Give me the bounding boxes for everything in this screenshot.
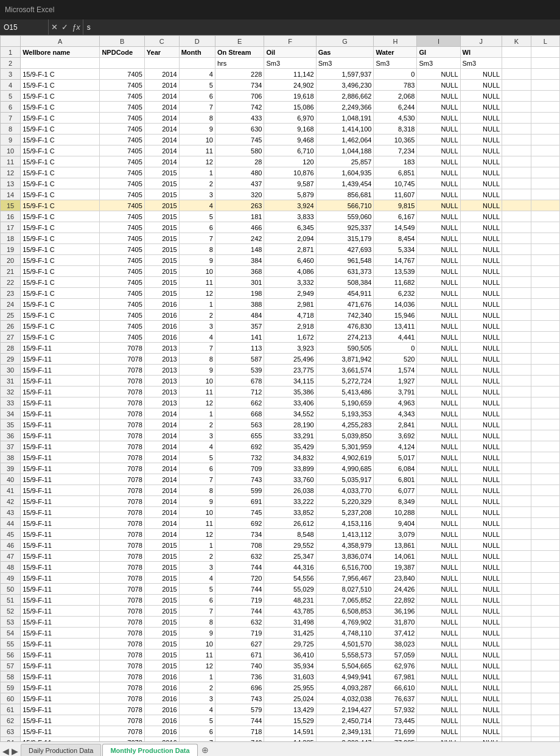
cell-D42[interactable]: 9 <box>179 496 215 507</box>
cell-C7[interactable]: 2014 <box>144 113 179 124</box>
cell-B25[interactable]: 7405 <box>100 310 144 321</box>
col-header-L[interactable]: L <box>531 36 559 47</box>
cell-E2[interactable]: hrs <box>215 58 264 69</box>
cell-D18[interactable]: 7 <box>179 233 215 244</box>
cell-C49[interactable]: 2015 <box>144 573 179 584</box>
cell-E9[interactable]: 745 <box>215 135 264 145</box>
cell-C24[interactable]: 2016 <box>144 299 179 310</box>
cell-C8[interactable]: 2014 <box>144 124 179 135</box>
cell-I36[interactable]: NULL <box>417 430 460 441</box>
cell-L28[interactable] <box>531 343 559 354</box>
cell-G7[interactable]: 1,048,191 <box>316 113 374 124</box>
cell-A63[interactable]: 15/9-F-11 <box>21 726 100 737</box>
cell-H46[interactable]: 13,861 <box>374 540 417 551</box>
cell-L9[interactable] <box>531 135 559 145</box>
cell-H34[interactable]: 4,343 <box>374 408 417 419</box>
cell-E42[interactable]: 691 <box>215 496 264 507</box>
cell-I60[interactable]: NULL <box>417 693 460 704</box>
cell-C50[interactable]: 2015 <box>144 584 179 595</box>
cell-L41[interactable] <box>531 485 559 496</box>
cell-H38[interactable]: 5,017 <box>374 452 417 463</box>
cell-E1[interactable]: On Stream <box>215 47 264 58</box>
cell-L42[interactable] <box>531 496 559 507</box>
cell-K9[interactable] <box>502 135 531 145</box>
cell-I50[interactable]: NULL <box>417 584 460 595</box>
cell-I1[interactable]: GI <box>417 47 460 58</box>
cell-F20[interactable]: 6,460 <box>264 255 316 266</box>
cell-B27[interactable]: 7405 <box>100 332 144 343</box>
cell-J57[interactable]: NULL <box>460 660 502 671</box>
cell-K61[interactable] <box>502 704 531 715</box>
cell-A25[interactable]: 15/9-F-1 C <box>21 310 100 321</box>
cell-A47[interactable]: 15/9-F-11 <box>21 551 100 562</box>
cell-C33[interactable]: 2013 <box>144 397 179 408</box>
cell-A45[interactable]: 15/9-F-11 <box>21 529 100 540</box>
cell-J24[interactable]: NULL <box>460 299 502 310</box>
cell-D5[interactable]: 6 <box>179 91 215 102</box>
cell-J58[interactable]: NULL <box>460 671 502 682</box>
cell-J46[interactable]: NULL <box>460 540 502 551</box>
cell-F17[interactable]: 6,345 <box>264 222 316 233</box>
cell-D55[interactable]: 10 <box>179 639 215 649</box>
cell-B64[interactable]: 7078 <box>100 737 144 742</box>
cell-C56[interactable]: 2015 <box>144 649 179 660</box>
cell-J26[interactable]: NULL <box>460 321 502 332</box>
cell-L5[interactable] <box>531 91 559 102</box>
cell-B11[interactable]: 7405 <box>100 156 144 167</box>
cell-B16[interactable]: 7405 <box>100 211 144 222</box>
cell-H29[interactable]: 520 <box>374 354 417 365</box>
cell-H57[interactable]: 62,976 <box>374 660 417 671</box>
cell-H44[interactable]: 9,404 <box>374 518 417 529</box>
cell-E49[interactable]: 720 <box>215 573 264 584</box>
cell-G16[interactable]: 559,060 <box>316 211 374 222</box>
cell-A6[interactable]: 15/9-F-1 C <box>21 102 100 113</box>
cell-E39[interactable]: 709 <box>215 463 264 474</box>
cell-J55[interactable]: NULL <box>460 639 502 649</box>
cell-C55[interactable]: 2015 <box>144 639 179 649</box>
cell-B6[interactable]: 7405 <box>100 102 144 113</box>
cell-K12[interactable] <box>502 167 531 178</box>
cell-I33[interactable]: NULL <box>417 397 460 408</box>
cell-D34[interactable]: 1 <box>179 408 215 419</box>
cell-H42[interactable]: 8,349 <box>374 496 417 507</box>
cell-L49[interactable] <box>531 573 559 584</box>
cell-I55[interactable]: NULL <box>417 639 460 649</box>
cell-E18[interactable]: 242 <box>215 233 264 244</box>
cell-A11[interactable]: 15/9-F-1 C <box>21 156 100 167</box>
cell-F46[interactable]: 29,552 <box>264 540 316 551</box>
cell-K32[interactable] <box>502 387 531 397</box>
cell-K20[interactable] <box>502 255 531 266</box>
cell-J12[interactable]: NULL <box>460 167 502 178</box>
cell-E29[interactable]: 587 <box>215 354 264 365</box>
cell-B37[interactable]: 7078 <box>100 441 144 452</box>
cell-F49[interactable]: 54,556 <box>264 573 316 584</box>
cell-H64[interactable]: 77,085 <box>374 737 417 742</box>
cell-E40[interactable]: 743 <box>215 474 264 485</box>
cell-B49[interactable]: 7078 <box>100 573 144 584</box>
cell-L50[interactable] <box>531 584 559 595</box>
cell-C22[interactable]: 2015 <box>144 277 179 288</box>
cell-L3[interactable] <box>531 69 559 80</box>
cell-D20[interactable]: 9 <box>179 255 215 266</box>
cell-H48[interactable]: 19,387 <box>374 562 417 573</box>
cell-I34[interactable]: NULL <box>417 408 460 419</box>
cell-H31[interactable]: 1,927 <box>374 376 417 387</box>
cell-H63[interactable]: 71,699 <box>374 726 417 737</box>
cell-A15[interactable]: 15/9-F-1 C <box>21 200 100 211</box>
cell-I53[interactable]: NULL <box>417 617 460 628</box>
cell-D48[interactable]: 3 <box>179 562 215 573</box>
cell-J11[interactable]: NULL <box>460 156 502 167</box>
cell-K35[interactable] <box>502 419 531 430</box>
cell-H54[interactable]: 37,412 <box>374 628 417 639</box>
cell-A14[interactable]: 15/9-F-1 C <box>21 189 100 200</box>
cell-K6[interactable] <box>502 102 531 113</box>
cell-F13[interactable]: 9,587 <box>264 178 316 189</box>
cell-E43[interactable]: 745 <box>215 507 264 518</box>
cell-K62[interactable] <box>502 715 531 726</box>
cell-F42[interactable]: 33,222 <box>264 496 316 507</box>
cell-I13[interactable]: NULL <box>417 178 460 189</box>
cell-G19[interactable]: 427,693 <box>316 244 374 255</box>
cell-D56[interactable]: 11 <box>179 649 215 660</box>
cell-K8[interactable] <box>502 124 531 135</box>
cell-I17[interactable]: NULL <box>417 222 460 233</box>
